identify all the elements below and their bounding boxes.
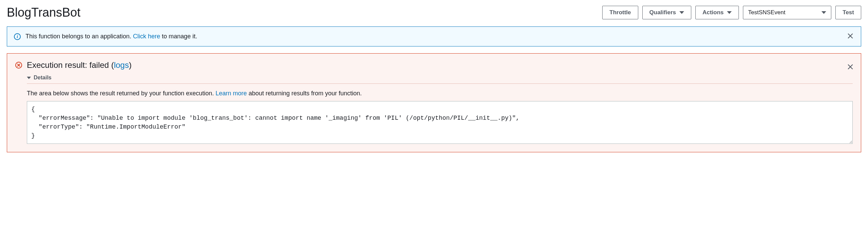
error-title-prefix: Execution result: failed ( (27, 60, 114, 70)
error-title-suffix: ) (129, 60, 132, 70)
divider (27, 83, 853, 84)
error-header: Execution result: failed (logs) (15, 60, 853, 70)
result-output[interactable]: { "errorMessage": "Unable to import modu… (27, 101, 853, 144)
page-title: BlogTransBot (7, 5, 81, 20)
close-info-button[interactable] (846, 31, 855, 42)
close-error-button[interactable] (846, 62, 855, 73)
learn-more-link[interactable]: Learn more (215, 90, 247, 97)
header-row: BlogTransBot Throttle Qualifiers Actions… (7, 5, 861, 20)
chevron-down-icon (679, 11, 684, 14)
test-event-selected: TestSNSEvent (748, 9, 785, 16)
triangle-down-icon (27, 77, 31, 79)
chevron-down-icon (727, 11, 732, 14)
qualifiers-label: Qualifiers (649, 9, 676, 16)
test-event-select[interactable]: TestSNSEvent (743, 6, 831, 19)
info-icon: i (14, 33, 21, 40)
qualifiers-dropdown[interactable]: Qualifiers (642, 6, 691, 19)
details-toggle[interactable]: Details (27, 75, 853, 83)
error-title: Execution result: failed (logs) (27, 60, 132, 70)
info-banner: i This function belongs to an applicatio… (7, 26, 861, 46)
actions-dropdown[interactable]: Actions (695, 6, 739, 19)
chevron-down-icon (821, 11, 826, 14)
header-actions: Throttle Qualifiers Actions TestSNSEvent… (602, 6, 861, 19)
logs-link[interactable]: logs (114, 60, 129, 70)
details-label: Details (34, 75, 51, 81)
error-icon (15, 62, 22, 69)
info-message: This function belongs to an application.… (25, 33, 197, 40)
info-text-after: to manage it. (160, 33, 197, 40)
close-icon (847, 33, 853, 39)
desc-after: about returning results from your functi… (247, 90, 362, 97)
test-label: Test (843, 9, 854, 16)
info-text-before: This function belongs to an application. (25, 33, 133, 40)
throttle-label: Throttle (609, 9, 631, 16)
test-button[interactable]: Test (835, 6, 861, 19)
actions-label: Actions (702, 9, 724, 16)
manage-application-link[interactable]: Click here (133, 33, 160, 40)
details-description: The area below shows the result returned… (27, 90, 853, 97)
close-icon (847, 64, 853, 70)
error-banner: Execution result: failed (logs) Details … (7, 53, 861, 152)
desc-before: The area below shows the result returned… (27, 90, 215, 97)
error-body: Details The area below shows the result … (15, 75, 853, 144)
throttle-button[interactable]: Throttle (602, 6, 638, 19)
